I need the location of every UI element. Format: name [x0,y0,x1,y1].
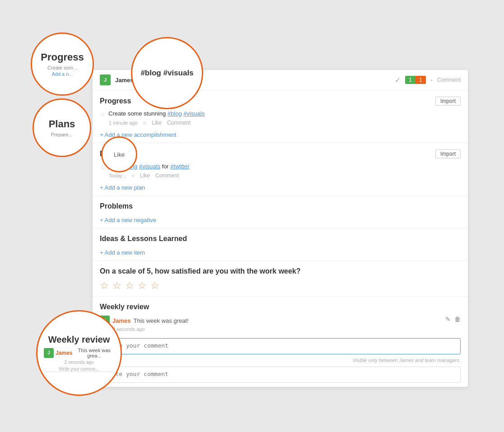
write-comment-input[interactable] [100,367,461,383]
spotlight-plans: Plans Prepare... [33,98,91,157]
main-panel: J James #blog #visuals ✓ 1 1 - Comment P… [93,70,468,387]
satisfaction-question: On a scale of 5, how satisfied are you w… [100,267,301,275]
section-weekly-review: Weekly review J James This week was grea… [93,297,468,387]
spotlight-weekly-msg: This week was grea... [74,348,114,358]
ideas-title: Ideas & Lessons Learned [100,235,187,243]
spotlight-weekly-title: Weekly review [48,334,110,345]
like-circle-label: Like [114,151,125,158]
rating-row: ☆ ☆ ☆ ☆ ☆ [100,280,461,292]
plans-header: Plans Import [100,149,461,158]
progress-link-blog[interactable]: #blog [168,110,182,117]
badge-green: 1 [405,76,415,84]
progress-meta: 1 minute ago ○ Like Comment [109,120,461,126]
spotlight-progress-sub: Create som... [47,65,77,70]
rating-star-5[interactable]: ☆ [150,280,159,292]
add-plan-link[interactable]: + Add a new plan [100,184,145,191]
add-accomplishment-link[interactable]: + Add a new accomplishment [100,131,176,138]
progress-title: Progress [100,97,131,105]
section-problems: Problems + Add a new negative [93,196,468,228]
progress-like-action[interactable]: Like [152,120,162,126]
review-time: 2 seconds ago [112,326,442,332]
ideas-header: Ideas & Lessons Learned [100,235,461,243]
progress-item-row: ☆ Create some stunning #blog #visuals [100,110,461,118]
progress-star-icon[interactable]: ☆ [100,111,106,118]
weekly-review-header: Weekly review [100,303,461,311]
rating-star-4[interactable]: ☆ [138,280,147,292]
spotlight-weekly-avatar: J [44,348,54,358]
problems-title: Problems [100,202,133,210]
progress-item-text: Create some stunning #blog #visuals [108,110,205,117]
plans-item-row: ☆ #marketing #visuals for #twitter [100,163,461,171]
problems-header: Problems [100,202,461,210]
plans-meta: Today... ○ Like Comment [109,172,461,179]
visible-note: Visible only between James and team mana… [100,358,461,363]
plans-link-twitter[interactable]: #twitter [170,163,189,170]
plans-clock-icon: ○ [131,172,135,179]
rating-star-3[interactable]: ☆ [125,280,134,292]
edit-icon[interactable]: ✎ [445,316,451,323]
plans-link-visuals[interactable]: #visuals [139,163,160,170]
progress-comment-action[interactable]: Comment [167,120,191,126]
plans-comment-action[interactable]: Comment [155,172,179,179]
plans-like-action[interactable]: Like [140,172,150,179]
rating-star-2[interactable]: ☆ [112,280,121,292]
progress-time: 1 minute ago [109,120,138,125]
user-name: James [115,77,133,84]
spotlight-weekly: Weekly review J James This week was grea… [36,310,122,396]
progress-clock-icon: ○ [143,120,146,126]
spotlight-progress: Progress Create som... Add a n... [31,33,94,96]
spotlight-weekly-time: 2 seconds ago [64,360,93,365]
user-avatar: J [100,74,111,85]
plans-time: Today... [109,173,126,178]
review-comment-row: J James This week was great! 2 seconds a… [100,316,461,332]
badge-group: 1 1 [405,76,425,84]
comment-placeholder: Comment [437,77,461,83]
badge-orange: 1 [415,76,426,84]
weekly-review-title: Weekly review [100,303,149,311]
progress-link-visuals[interactable]: #visuals [183,110,205,117]
plans-import-button[interactable]: Import [435,149,461,158]
spotlight-plans-sub: Prepare... [51,132,73,137]
spotlight-progress-title: Progress [41,51,84,63]
review-text: This week was great! [133,317,188,324]
spotlight-plans-title: Plans [49,118,75,130]
comment-input[interactable] [100,338,461,354]
section-satisfaction: On a scale of 5, how satisfied are you w… [93,261,468,297]
header-dash: - [430,76,433,84]
check-icon: ✓ [395,76,401,84]
spotlight-weekly-input: Write your comme... [44,367,114,372]
spotlight-like[interactable]: Like [101,136,137,172]
rating-star-1[interactable]: ☆ [100,280,109,292]
section-ideas: Ideas & Lessons Learned + Add a new item [93,228,468,261]
spotlight-hashtag-text: #blog #visuals [140,69,193,78]
spotlight-weekly-name: James [56,350,72,356]
delete-icon[interactable]: 🗑 [454,316,461,323]
section-plans: Plans Import ☆ #marketing #visuals for #… [93,143,468,196]
satisfaction-header: On a scale of 5, how satisfied are you w… [100,267,461,275]
progress-import-button[interactable]: Import [435,97,461,106]
reviewer-name: James [112,317,131,324]
spotlight-hashtag: #blog #visuals [131,37,203,109]
add-negative-link[interactable]: + Add a new negative [100,217,156,223]
review-actions: ✎ 🗑 [445,316,461,323]
spotlight-progress-add: Add a n... [51,71,73,77]
add-item-link[interactable]: + Add a new item [100,249,145,256]
